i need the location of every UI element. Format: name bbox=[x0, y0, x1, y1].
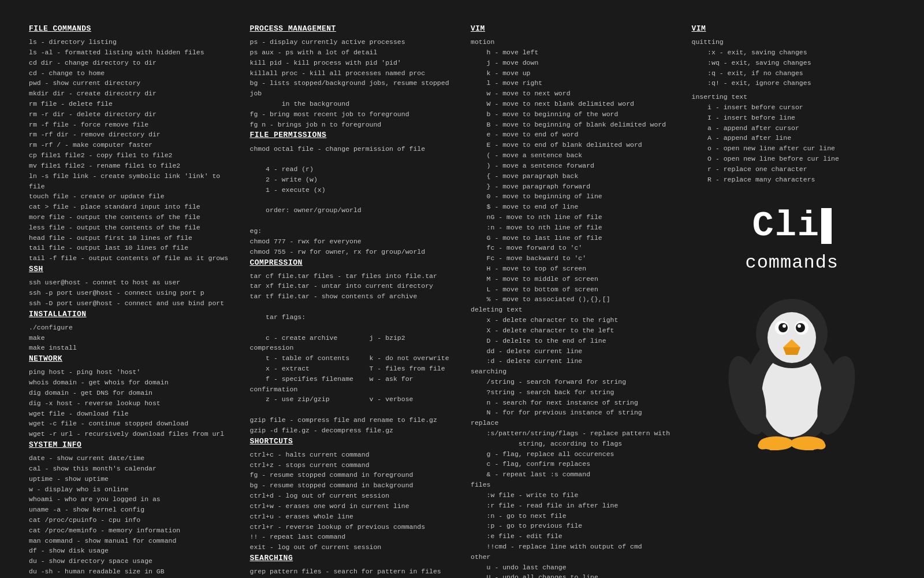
cli-commands-label: commands bbox=[745, 249, 839, 277]
searching-title: SEARCHING bbox=[250, 553, 451, 564]
shortcuts-title: SHORTCUTS bbox=[250, 436, 451, 447]
cli-c: Cl bbox=[752, 208, 797, 244]
installation-section: INSTALLATION ./configure make make insta… bbox=[29, 309, 230, 354]
file-permissions-title: FILE PERMISSIONS bbox=[250, 129, 451, 141]
system-info-content: date - show current date/time cal - show… bbox=[29, 453, 230, 578]
vim-deleting-label: deleting text x - delete character to th… bbox=[471, 305, 672, 578]
process-management-section: PROCESS MANAGEMENT ps - display currentl… bbox=[250, 23, 451, 129]
svg-point-6 bbox=[783, 324, 786, 328]
ssh-content: ssh user@host - connet to host as user s… bbox=[29, 277, 230, 308]
column-2: PROCESS MANAGEMENT ps - display currentl… bbox=[250, 23, 454, 578]
svg-point-9 bbox=[798, 324, 801, 328]
process-management-title: PROCESS MANAGEMENT bbox=[250, 23, 451, 35]
shortcuts-content: ctrl+c - halts current command ctrl+z - … bbox=[250, 450, 451, 553]
system-info-title: SYSTEM INFO bbox=[29, 439, 230, 451]
svg-point-3 bbox=[767, 312, 816, 363]
svg-point-8 bbox=[796, 323, 805, 332]
ssh-section: SSH ssh user@host - connet to host as us… bbox=[29, 264, 230, 309]
column-4: VIM quitting :x - exit, saving changes :… bbox=[692, 23, 896, 578]
searching-content: grep pattern files - search for pattern … bbox=[250, 566, 451, 578]
searching-section: SEARCHING grep pattern files - search fo… bbox=[250, 553, 451, 578]
file-permissions-content: chmod octal file - change permission of … bbox=[250, 144, 451, 257]
vim-quitting-content: quitting :x - exit, saving changes :wq -… bbox=[692, 37, 893, 88]
ssh-title: SSH bbox=[29, 264, 230, 275]
svg-marker-11 bbox=[783, 347, 800, 355]
file-commands-section: FILE COMMANDS ls - directory listing ls … bbox=[29, 23, 230, 264]
penguin-image bbox=[720, 288, 864, 450]
compression-content: tar cf file.tar files - tar files into f… bbox=[250, 271, 451, 436]
vim-quitting-section: VIM quitting :x - exit, saving changes :… bbox=[692, 23, 893, 185]
network-title: NETWORK bbox=[29, 353, 230, 365]
cli-cursor-block bbox=[821, 208, 832, 244]
network-content: ping host - ping host 'host' whois domai… bbox=[29, 367, 230, 439]
vim-title: VIM bbox=[471, 23, 672, 35]
cli-i: i bbox=[798, 208, 820, 244]
file-commands-content: ls - directory listing ls -al - formatte… bbox=[29, 37, 230, 264]
cli-logo: Cli bbox=[752, 208, 832, 244]
svg-point-5 bbox=[778, 323, 788, 332]
file-commands-title: FILE COMMANDS bbox=[29, 23, 230, 35]
process-management-content: ps - display currently active processes … bbox=[250, 37, 451, 129]
page-layout: FILE COMMANDS ls - directory listing ls … bbox=[29, 23, 895, 578]
installation-content: ./configure make make install bbox=[29, 323, 230, 353]
cli-text-label: Cli bbox=[752, 208, 832, 244]
installation-title: INSTALLATION bbox=[29, 309, 230, 320]
vim-motion-content: motion h - move left j - move down k - m… bbox=[471, 37, 672, 305]
compression-title: COMPRESSION bbox=[250, 257, 451, 269]
column-1: FILE COMMANDS ls - directory listing ls … bbox=[29, 23, 233, 578]
vim-col4-title: VIM bbox=[692, 23, 893, 35]
vim-inserting-content: inserting text i - insert before cursor … bbox=[692, 92, 893, 184]
cli-logo-area: Cli commands bbox=[692, 191, 893, 451]
file-permissions-section: FILE PERMISSIONS chmod octal file - chan… bbox=[250, 129, 451, 257]
shortcuts-section: SHORTCUTS ctrl+c - halts current command… bbox=[250, 436, 451, 553]
column-3: VIM motion h - move left j - move down k… bbox=[471, 23, 675, 578]
compression-section: COMPRESSION tar cf file.tar files - tar … bbox=[250, 257, 451, 436]
system-info-section: SYSTEM INFO date - show current date/tim… bbox=[29, 439, 230, 578]
vim-motion-section: VIM motion h - move left j - move down k… bbox=[471, 23, 672, 305]
tux-svg bbox=[720, 288, 864, 450]
network-section: NETWORK ping host - ping host 'host' who… bbox=[29, 353, 230, 439]
vim-deleting-section: deleting text x - delete character to th… bbox=[471, 305, 672, 578]
